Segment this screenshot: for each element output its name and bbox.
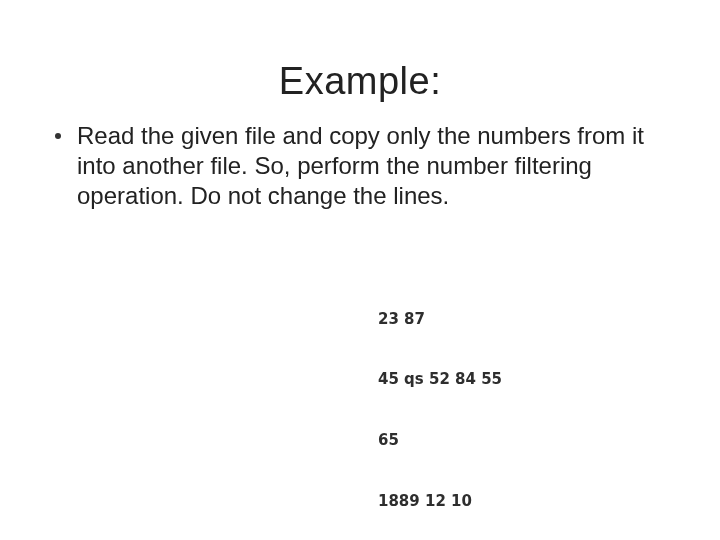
sample-line: 1889 12 10	[378, 491, 502, 511]
sample-line: 23 87	[378, 309, 502, 329]
bullet-list: Read the given file and copy only the nu…	[55, 121, 650, 211]
bullet-text: Read the given file and copy only the nu…	[77, 121, 650, 211]
sample-line: 45 qs 52 84 55	[378, 369, 502, 389]
bullet-item: Read the given file and copy only the nu…	[55, 121, 650, 211]
file-sample-block: 23 87 45 qs 52 84 55 65 1889 12 10 23 ab…	[378, 268, 502, 540]
bullet-dot-icon	[55, 133, 61, 139]
sample-line: 65	[378, 430, 502, 450]
slide-title: Example:	[0, 60, 720, 103]
